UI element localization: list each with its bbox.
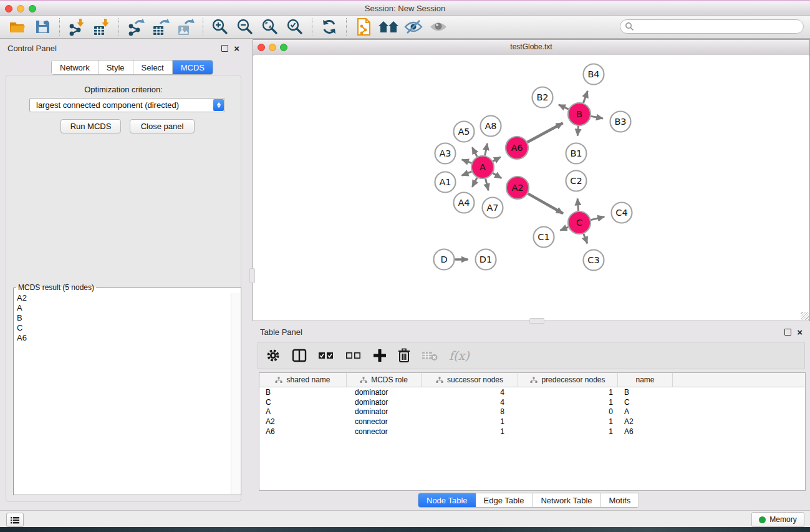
table-row[interactable]: A6connector11A6 [259, 427, 805, 437]
search-input[interactable] [634, 22, 803, 32]
tab-node-table[interactable]: Node Table [418, 493, 476, 507]
mcds-result-item[interactable]: A2 [14, 293, 231, 303]
table-row[interactable]: A2connector11A2 [259, 417, 805, 427]
column-header-name[interactable]: name [618, 373, 673, 387]
edge-B-B2[interactable] [559, 105, 569, 109]
edge-A-A1[interactable] [461, 172, 471, 175]
export-image-button[interactable] [173, 16, 198, 37]
graph-node-A3[interactable]: A3 [435, 143, 456, 164]
show-all-button[interactable] [426, 16, 451, 37]
mcds-result-item[interactable]: A6 [14, 333, 231, 343]
export-table-button[interactable] [148, 16, 173, 37]
edge-A-A4[interactable] [472, 178, 477, 187]
first-neighbors-button[interactable] [376, 16, 401, 37]
graph-node-B1[interactable]: B1 [566, 143, 587, 164]
export-network-button[interactable] [123, 16, 148, 37]
close-panel-button[interactable]: Close panel [130, 119, 195, 133]
graph-node-B3[interactable]: B3 [610, 112, 631, 132]
save-session-button[interactable] [30, 16, 55, 37]
edge-B-B3[interactable] [591, 116, 603, 118]
graph-node-C3[interactable]: C3 [584, 250, 604, 271]
edge-C-C1[interactable] [560, 227, 568, 230]
column-header-successor-nodes[interactable]: successor nodes [422, 373, 518, 387]
edge-A-A8[interactable] [485, 143, 488, 155]
table-row[interactable]: Cdominator41C [259, 397, 805, 407]
edge-B-B4[interactable] [583, 91, 587, 103]
graph-node-A7[interactable]: A7 [483, 198, 503, 218]
mcds-result-item[interactable]: C [14, 323, 231, 333]
delete-column-button[interactable] [398, 348, 410, 363]
zoom-in-button[interactable] [208, 16, 233, 37]
new-network-from-selection-button[interactable] [351, 16, 376, 37]
graph-node-C2[interactable]: C2 [566, 171, 587, 191]
graph-node-D1[interactable]: D1 [476, 249, 496, 270]
edge-C-C4[interactable] [591, 217, 604, 220]
column-header-shared-name[interactable]: shared name [259, 373, 347, 387]
edge-C-C2[interactable] [577, 198, 578, 211]
mcds-result-item[interactable]: A [14, 303, 231, 313]
edge-A-A2[interactable] [493, 173, 501, 178]
criterion-dropdown[interactable]: largest connected component (directed) [29, 98, 225, 112]
graph-node-C1[interactable]: C1 [534, 227, 554, 248]
graph-node-D[interactable]: D [434, 249, 455, 270]
table-row[interactable]: Bdominator41B [259, 387, 805, 397]
tab-mcds[interactable]: MCDS [173, 60, 213, 74]
tab-edge-table[interactable]: Edge Table [476, 493, 533, 507]
graph-node-A2[interactable]: A2 [506, 177, 529, 199]
close-table-panel-icon[interactable]: × [797, 329, 803, 335]
edge-A-A6[interactable] [493, 157, 501, 162]
function-builder-button[interactable]: f(x) [449, 349, 470, 362]
add-column-button[interactable] [373, 349, 387, 362]
memory-button[interactable]: Memory [751, 512, 804, 527]
network-window-titlebar[interactable]: testGlobe.txt [253, 40, 809, 56]
edge-C-C3[interactable] [584, 234, 587, 244]
graph-node-A6[interactable]: A6 [506, 137, 528, 159]
task-history-button[interactable] [6, 513, 24, 527]
edge-A2-C[interactable] [528, 193, 563, 213]
mcds-result-scrollbar[interactable] [231, 293, 240, 494]
column-header-mcds-role[interactable]: MCDS role [347, 373, 422, 387]
float-table-panel-icon[interactable] [784, 329, 791, 336]
window-resize-grip[interactable] [801, 312, 809, 320]
import-network-button[interactable] [64, 16, 89, 37]
network-canvas[interactable]: B4B2BB3A5A8A6B1A3AA1C2A2A4A7C4CC1C3DD1 [254, 55, 809, 320]
float-panel-icon[interactable] [221, 45, 228, 52]
select-all-columns-button[interactable] [318, 351, 334, 360]
hide-selected-button[interactable] [401, 16, 426, 37]
zoom-selected-button[interactable] [282, 16, 307, 37]
graph-node-B4[interactable]: B4 [584, 64, 604, 85]
edge-B-B1[interactable] [577, 126, 578, 136]
graph-node-C[interactable]: C [568, 211, 591, 234]
tab-network[interactable]: Network [52, 60, 99, 74]
graph-node-A4[interactable]: A4 [454, 193, 475, 213]
mcds-result-item[interactable]: B [14, 313, 231, 323]
tab-motifs[interactable]: Motifs [601, 493, 639, 507]
edge-A-A7[interactable] [486, 178, 489, 190]
graph-node-A1[interactable]: A1 [435, 172, 456, 193]
tab-network-table[interactable]: Network Table [533, 493, 600, 507]
mcds-result-list[interactable]: A2ABCA6 [14, 293, 231, 494]
edge-A-A5[interactable] [472, 147, 477, 157]
close-panel-icon[interactable]: × [234, 46, 239, 51]
delete-table-button[interactable] [422, 350, 438, 361]
search-box[interactable] [620, 19, 804, 34]
column-selector-button[interactable] [292, 349, 307, 362]
graph-node-A5[interactable]: A5 [454, 122, 475, 142]
zoom-out-button[interactable] [233, 16, 258, 37]
refresh-layout-button[interactable] [317, 16, 342, 37]
import-table-button[interactable] [89, 16, 114, 37]
run-mcds-button[interactable]: Run MCDS [60, 119, 121, 133]
tab-style[interactable]: Style [99, 60, 133, 74]
settings-button[interactable] [266, 348, 281, 363]
table-row[interactable]: Adominator80A [259, 407, 805, 417]
unselect-all-columns-button[interactable] [345, 351, 362, 360]
graph-node-C4[interactable]: C4 [612, 203, 632, 223]
open-session-button[interactable] [5, 16, 30, 37]
edge-A-A3[interactable] [462, 160, 471, 163]
tab-select[interactable]: Select [133, 60, 173, 74]
column-header-predecessor-nodes[interactable]: predecessor nodes [518, 373, 618, 387]
graph-node-B[interactable]: B [568, 103, 591, 125]
splitter-grip-vertical[interactable] [249, 268, 255, 283]
graph-node-B2[interactable]: B2 [533, 87, 553, 108]
graph-node-A[interactable]: A [471, 156, 494, 178]
